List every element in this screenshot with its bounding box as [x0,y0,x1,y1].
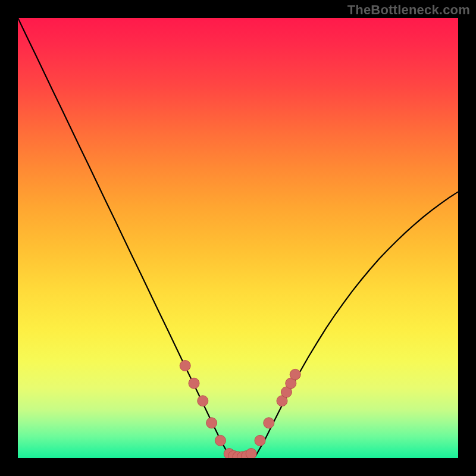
marker-point [180,361,190,371]
chart-frame: TheBottleneck.com [0,0,476,476]
plot-area [18,18,458,458]
marker-point [215,435,226,446]
marker-point [198,396,208,406]
marker-point [255,435,265,446]
marker-group [180,361,300,458]
marker-point [246,449,256,458]
watermark-text: TheBottleneck.com [347,2,470,18]
marker-point [189,378,199,389]
bottleneck-curve [18,18,458,458]
chart-svg [18,18,458,458]
marker-point [290,369,300,380]
marker-point [206,418,217,428]
marker-point [264,418,274,428]
